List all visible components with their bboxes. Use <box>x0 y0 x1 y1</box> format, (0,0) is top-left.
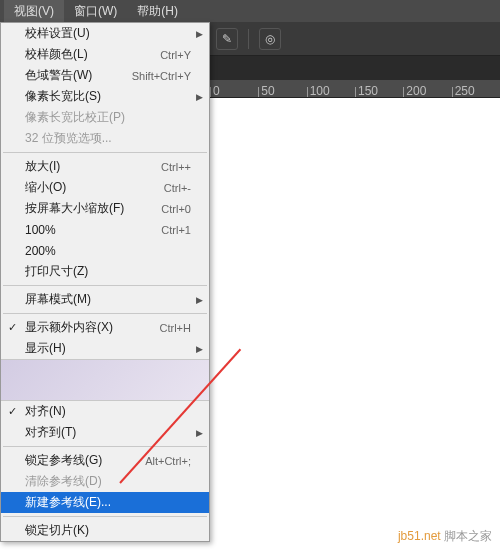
menu-lock-guides[interactable]: 锁定参考线(G)Alt+Ctrl+; <box>1 450 209 471</box>
menu-lock-slices[interactable]: 锁定切片(K) <box>1 520 209 541</box>
tool-icon-b[interactable]: ◎ <box>259 28 281 50</box>
menu-zoom-out[interactable]: 缩小(O)Ctrl+- <box>1 177 209 198</box>
menubar-window[interactable]: 窗口(W) <box>64 0 127 23</box>
ruler-mark: 250 <box>452 87 500 97</box>
ruler-mark: 0 <box>210 87 258 97</box>
menu-gamut-warning[interactable]: 色域警告(W)Shift+Ctrl+Y <box>1 65 209 86</box>
menu-show[interactable]: 显示(H)▶ <box>1 338 209 359</box>
options-bar: ✎ ◎ <box>210 22 500 56</box>
menubar-help[interactable]: 帮助(H) <box>127 0 188 23</box>
menu-extras[interactable]: ✓显示额外内容(X)Ctrl+H <box>1 317 209 338</box>
menu-separator <box>3 152 207 153</box>
menubar: 视图(V) 窗口(W) 帮助(H) <box>0 0 500 22</box>
ruler-mark: 150 <box>355 87 403 97</box>
menu-proof-colors[interactable]: 校样颜色(L)Ctrl+Y <box>1 44 209 65</box>
menu-proof-setup[interactable]: 校样设置(U)▶ <box>1 23 209 44</box>
menu-separator <box>3 516 207 517</box>
menu-separator <box>3 285 207 286</box>
menu-32bit-preview: 32 位预览选项... <box>1 128 209 149</box>
document-canvas[interactable] <box>210 98 500 551</box>
horizontal-ruler: 0 50 100 150 200 250 <box>210 80 500 98</box>
menubar-view[interactable]: 视图(V) <box>4 0 64 23</box>
menu-fit-screen[interactable]: 按屏幕大小缩放(F)Ctrl+0 <box>1 198 209 219</box>
submenu-arrow-icon: ▶ <box>196 295 203 305</box>
menu-print-size[interactable]: 打印尺寸(Z) <box>1 261 209 282</box>
menu-separator <box>3 313 207 314</box>
watermark: jb51.net 脚本之家 <box>398 528 492 545</box>
ruler-mark: 200 <box>403 87 451 97</box>
menu-200-percent[interactable]: 200% <box>1 240 209 261</box>
view-menu-dropdown: 校样设置(U)▶ 校样颜色(L)Ctrl+Y 色域警告(W)Shift+Ctrl… <box>0 22 210 542</box>
submenu-arrow-icon: ▶ <box>196 29 203 39</box>
submenu-arrow-icon: ▶ <box>196 344 203 354</box>
menu-screen-mode[interactable]: 屏幕模式(M)▶ <box>1 289 209 310</box>
check-icon: ✓ <box>8 405 17 418</box>
menu-separator <box>3 446 207 447</box>
ruler-mark: 50 <box>258 87 306 97</box>
menu-new-guide[interactable]: 新建参考线(E)... <box>1 492 209 513</box>
menu-zoom-in[interactable]: 放大(I)Ctrl++ <box>1 156 209 177</box>
toolbar-separator <box>248 29 249 49</box>
submenu-arrow-icon: ▶ <box>196 92 203 102</box>
menu-snap-to[interactable]: 对齐到(T)▶ <box>1 422 209 443</box>
tool-icon-a[interactable]: ✎ <box>216 28 238 50</box>
menu-100-percent[interactable]: 100%Ctrl+1 <box>1 219 209 240</box>
menu-pixel-aspect[interactable]: 像素长宽比(S)▶ <box>1 86 209 107</box>
submenu-arrow-icon: ▶ <box>196 428 203 438</box>
check-icon: ✓ <box>8 321 17 334</box>
ruler-mark: 100 <box>307 87 355 97</box>
menu-clear-guides: 清除参考线(D) <box>1 471 209 492</box>
menu-masked-region <box>1 359 209 401</box>
menu-pixel-aspect-correction: 像素长宽比校正(P) <box>1 107 209 128</box>
